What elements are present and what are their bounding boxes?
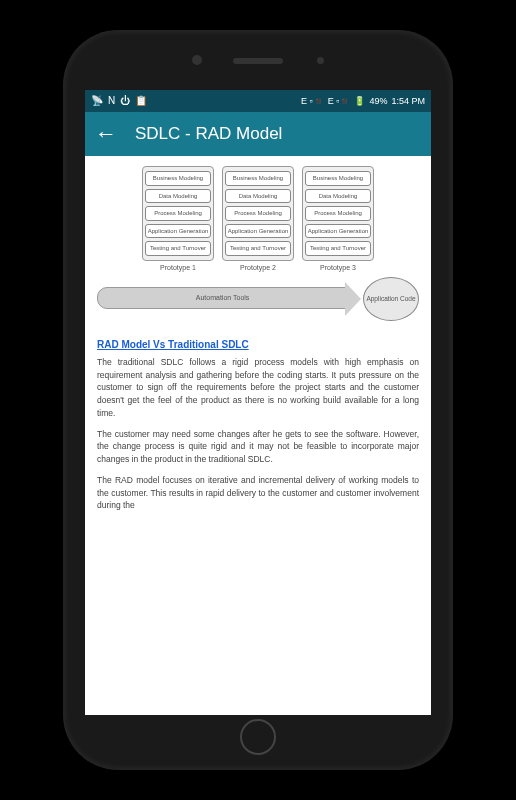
screen: 📡 N ⏻ 📋 E ▫◾ E ▫◾ 🔋 49% 1:54 PM ← SDLC -… bbox=[85, 90, 431, 715]
power-icon: ⏻ bbox=[120, 96, 130, 106]
automation-arrow: Automation Tools bbox=[97, 287, 348, 309]
stage-testing-turnover: Testing and Turnover bbox=[145, 241, 211, 256]
stage-process-modeling: Process Modeling bbox=[145, 206, 211, 221]
stage-testing-turnover: Testing and Turnover bbox=[305, 241, 371, 256]
notification-n-icon: N bbox=[108, 96, 115, 106]
rad-diagram: Business Modeling Data Modeling Process … bbox=[97, 166, 419, 271]
flow-row: Automation Tools Application Code bbox=[97, 277, 419, 325]
back-button[interactable]: ← bbox=[95, 123, 117, 145]
wifi-icon: 📡 bbox=[91, 96, 103, 106]
prototype-label: Prototype 3 bbox=[320, 264, 356, 271]
stage-application-generation: Application Generation bbox=[145, 224, 211, 239]
prototype-box: Business Modeling Data Modeling Process … bbox=[222, 166, 294, 261]
content-area[interactable]: Business Modeling Data Modeling Process … bbox=[85, 156, 431, 715]
clipboard-icon: 📋 bbox=[135, 96, 147, 106]
prototype-column-2: Business Modeling Data Modeling Process … bbox=[222, 166, 294, 271]
application-code-node: Application Code bbox=[363, 277, 419, 321]
prototype-label: Prototype 1 bbox=[160, 264, 196, 271]
page-title: SDLC - RAD Model bbox=[135, 124, 282, 144]
status-bar: 📡 N ⏻ 📋 E ▫◾ E ▫◾ 🔋 49% 1:54 PM bbox=[85, 90, 431, 112]
prototype-box: Business Modeling Data Modeling Process … bbox=[142, 166, 214, 261]
paragraph-2: The customer may need some changes after… bbox=[97, 428, 419, 466]
battery-icon: 🔋 bbox=[354, 96, 365, 106]
signal-1-icon: E ▫◾ bbox=[301, 96, 324, 106]
stage-data-modeling: Data Modeling bbox=[225, 189, 291, 204]
phone-sensor bbox=[317, 57, 324, 64]
prototype-box: Business Modeling Data Modeling Process … bbox=[302, 166, 374, 261]
section-heading: RAD Model Vs Traditional SDLC bbox=[97, 339, 419, 350]
phone-camera bbox=[192, 55, 202, 65]
status-bar-left: 📡 N ⏻ 📋 bbox=[91, 96, 147, 106]
phone-frame: 📡 N ⏻ 📋 E ▫◾ E ▫◾ 🔋 49% 1:54 PM ← SDLC -… bbox=[63, 30, 453, 770]
stage-data-modeling: Data Modeling bbox=[305, 189, 371, 204]
prototype-column-3: Business Modeling Data Modeling Process … bbox=[302, 166, 374, 271]
status-bar-right: E ▫◾ E ▫◾ 🔋 49% 1:54 PM bbox=[301, 96, 425, 106]
stage-process-modeling: Process Modeling bbox=[225, 206, 291, 221]
prototype-label: Prototype 2 bbox=[240, 264, 276, 271]
stage-business-modeling: Business Modeling bbox=[225, 171, 291, 186]
stage-testing-turnover: Testing and Turnover bbox=[225, 241, 291, 256]
paragraph-3: The RAD model focuses on iterative and i… bbox=[97, 474, 419, 512]
stage-data-modeling: Data Modeling bbox=[145, 189, 211, 204]
home-button[interactable] bbox=[240, 719, 276, 755]
app-bar: ← SDLC - RAD Model bbox=[85, 112, 431, 156]
battery-percentage: 49% bbox=[369, 96, 387, 106]
paragraph-1: The traditional SDLC follows a rigid pro… bbox=[97, 356, 419, 420]
stage-process-modeling: Process Modeling bbox=[305, 206, 371, 221]
stage-application-generation: Application Generation bbox=[225, 224, 291, 239]
stage-business-modeling: Business Modeling bbox=[305, 171, 371, 186]
phone-speaker bbox=[233, 58, 283, 64]
stage-business-modeling: Business Modeling bbox=[145, 171, 211, 186]
stage-application-generation: Application Generation bbox=[305, 224, 371, 239]
prototype-column-1: Business Modeling Data Modeling Process … bbox=[142, 166, 214, 271]
clock-time: 1:54 PM bbox=[391, 96, 425, 106]
signal-2-icon: E ▫◾ bbox=[328, 96, 351, 106]
